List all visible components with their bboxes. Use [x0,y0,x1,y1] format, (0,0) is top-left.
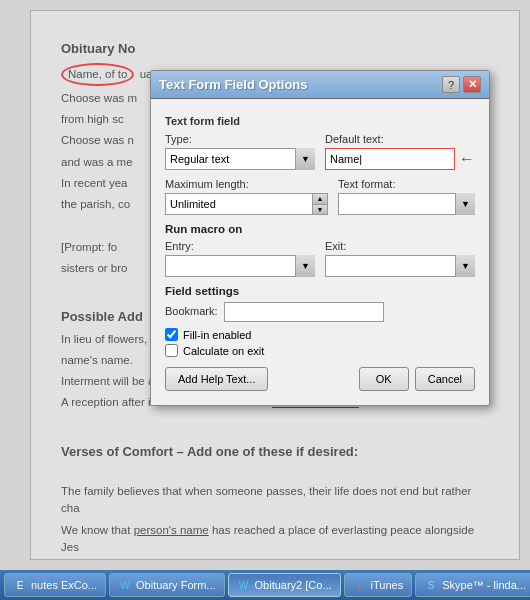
taskbar-item-2[interactable]: W Obituary2 [Co... [228,573,341,597]
default-text-input[interactable] [325,148,455,170]
entry-select-wrapper: ▼ [165,255,315,277]
taskbar-label-3: iTunes [371,579,404,591]
add-help-text-button[interactable]: Add Help Text... [165,367,268,391]
ok-button[interactable]: OK [359,367,409,391]
footer-right: OK Cancel [359,367,475,391]
taskbar-icon-4: S [424,578,438,592]
calculate-on-exit-label: Calculate on exit [183,345,264,357]
default-text-label: Default text: [325,133,455,145]
text-format-col: Text format: ▼ [338,178,475,215]
taskbar-icon-3: ♪ [353,578,367,592]
taskbar-item-0[interactable]: E nutes ExCo... [4,573,106,597]
red-arrow-indicator: ← [459,150,475,168]
exit-select-wrapper: ▼ [325,255,475,277]
footer-left: Add Help Text... [165,367,268,391]
default-text-col: Default text: ← [325,133,475,170]
taskbar-icon-1: W [118,578,132,592]
taskbar-label-4: Skype™ - linda... [442,579,526,591]
text-format-select[interactable] [338,193,475,215]
taskbar-item-4[interactable]: S Skype™ - linda... [415,573,530,597]
calculate-on-exit-checkbox[interactable] [165,344,178,357]
max-length-label: Maximum length: [165,178,328,190]
bookmark-label: Bookmark: [165,305,218,317]
text-format-label: Text format: [338,178,475,190]
calculate-exit-row: Calculate on exit [165,344,475,357]
entry-col: Entry: ▼ [165,240,315,277]
fill-in-label: Fill-in enabled [183,329,251,341]
dialog-footer: Add Help Text... OK Cancel [165,367,475,391]
bookmark-input[interactable] [224,302,384,322]
dialog-titlebar: Text Form Field Options ? ✕ [151,71,489,99]
bookmark-row: Bookmark: [165,302,475,322]
macro-row: Entry: ▼ Exit: ▼ [165,240,475,277]
type-label: Type: [165,133,315,145]
taskbar-item-1[interactable]: W Obituary Form... [109,573,224,597]
dialog-help-button[interactable]: ? [442,76,460,93]
entry-label: Entry: [165,240,315,252]
entry-select[interactable] [165,255,315,277]
taskbar-label-2: Obituary2 [Co... [255,579,332,591]
max-length-format-row: Maximum length: ▲ ▼ Text format: ▼ [165,178,475,215]
spin-up-button[interactable]: ▲ [313,194,327,205]
taskbar-label-0: nutes ExCo... [31,579,97,591]
type-select-wrapper: Regular text ▼ [165,148,315,170]
exit-select[interactable] [325,255,475,277]
cancel-button[interactable]: Cancel [415,367,475,391]
fill-in-checkbox[interactable] [165,328,178,341]
text-format-select-wrapper: ▼ [338,193,475,215]
dialog-body: Text form field Type: Regular text ▼ Def… [151,99,489,405]
max-length-input[interactable] [165,193,313,215]
text-form-field-label: Text form field [165,115,475,127]
text-form-field-dialog: Text Form Field Options ? ✕ Text form fi… [150,70,490,406]
dialog-close-button[interactable]: ✕ [463,76,481,93]
spin-down-button[interactable]: ▼ [313,205,327,215]
exit-col: Exit: ▼ [325,240,475,277]
dialog-title: Text Form Field Options [159,77,308,92]
fill-in-row: Fill-in enabled [165,328,475,341]
taskbar-icon-0: E [13,578,27,592]
run-macro-label: Run macro on [165,223,475,235]
max-length-col: Maximum length: ▲ ▼ [165,178,328,215]
dialog-controls: ? ✕ [442,76,481,93]
max-length-input-wrapper: ▲ ▼ [165,193,328,215]
field-settings-label: Field settings [165,285,475,297]
taskbar-icon-2: W [237,578,251,592]
type-default-row: Type: Regular text ▼ Default text: ← [165,133,475,170]
taskbar-label-1: Obituary Form... [136,579,215,591]
max-length-spinner: ▲ ▼ [313,193,328,215]
taskbar: E nutes ExCo... W Obituary Form... W Obi… [0,570,530,600]
taskbar-item-3[interactable]: ♪ iTunes [344,573,413,597]
type-select[interactable]: Regular text [165,148,315,170]
type-col: Type: Regular text ▼ [165,133,315,170]
exit-label: Exit: [325,240,475,252]
